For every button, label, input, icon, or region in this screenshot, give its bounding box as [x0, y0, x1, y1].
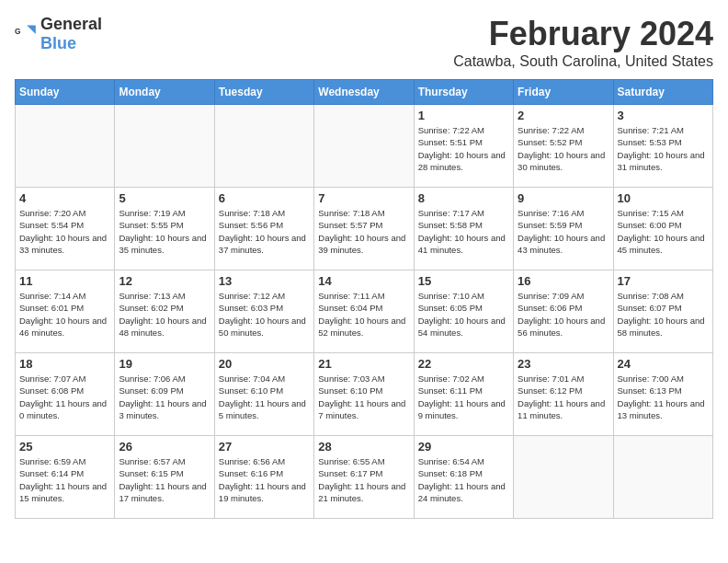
day-number: 23 — [518, 357, 609, 371]
calendar-week-row: 25Sunrise: 6:59 AMSunset: 6:14 PMDayligh… — [16, 436, 713, 519]
logo-icon: G — [15, 23, 37, 45]
calendar-day-cell: 22Sunrise: 7:02 AMSunset: 6:11 PMDayligh… — [414, 353, 513, 436]
day-info: Sunrise: 7:20 AMSunset: 5:54 PMDaylight:… — [19, 207, 110, 256]
header: G General Blue February 2024 Catawba, So… — [15, 15, 713, 70]
day-info: Sunrise: 7:11 AMSunset: 6:04 PMDaylight:… — [318, 290, 409, 339]
day-info: Sunrise: 7:08 AMSunset: 6:07 PMDaylight:… — [618, 290, 709, 339]
day-number: 3 — [618, 109, 709, 122]
day-number: 28 — [318, 440, 409, 454]
calendar-day-cell: 20Sunrise: 7:04 AMSunset: 6:10 PMDayligh… — [214, 353, 313, 436]
day-info: Sunrise: 7:13 AMSunset: 6:02 PMDaylight:… — [119, 290, 210, 339]
day-info: Sunrise: 7:21 AMSunset: 5:53 PMDaylight:… — [618, 124, 709, 173]
day-info: Sunrise: 7:16 AMSunset: 5:59 PMDaylight:… — [518, 207, 609, 256]
day-info: Sunrise: 7:18 AMSunset: 5:57 PMDaylight:… — [318, 207, 409, 256]
calendar-day-cell — [214, 105, 313, 188]
calendar-day-cell: 2Sunrise: 7:22 AMSunset: 5:52 PMDaylight… — [514, 105, 613, 188]
calendar-day-cell: 26Sunrise: 6:57 AMSunset: 6:15 PMDayligh… — [115, 436, 214, 519]
day-number: 22 — [418, 357, 509, 371]
day-number: 19 — [119, 357, 210, 371]
calendar-week-row: 11Sunrise: 7:14 AMSunset: 6:01 PMDayligh… — [16, 270, 713, 353]
calendar-day-cell: 4Sunrise: 7:20 AMSunset: 5:54 PMDaylight… — [16, 188, 115, 270]
day-number: 18 — [19, 357, 110, 371]
calendar-day-cell: 12Sunrise: 7:13 AMSunset: 6:02 PMDayligh… — [115, 270, 214, 353]
day-info: Sunrise: 7:06 AMSunset: 6:09 PMDaylight:… — [119, 373, 210, 421]
day-number: 24 — [618, 357, 709, 371]
calendar-day-header: Monday — [115, 80, 214, 105]
calendar-day-header: Wednesday — [314, 80, 414, 105]
calendar-day-cell: 15Sunrise: 7:10 AMSunset: 6:05 PMDayligh… — [414, 270, 513, 353]
calendar-header-row: SundayMondayTuesdayWednesdayThursdayFrid… — [16, 80, 713, 105]
calendar-day-cell: 14Sunrise: 7:11 AMSunset: 6:04 PMDayligh… — [314, 270, 414, 353]
day-info: Sunrise: 7:15 AMSunset: 6:00 PMDaylight:… — [618, 207, 709, 256]
calendar-day-header: Friday — [514, 80, 613, 105]
calendar-day-cell: 25Sunrise: 6:59 AMSunset: 6:14 PMDayligh… — [16, 436, 115, 519]
calendar-day-cell — [514, 436, 613, 519]
logo-general-text: General — [40, 15, 102, 33]
day-number: 15 — [418, 274, 509, 288]
day-number: 25 — [19, 440, 110, 454]
calendar-day-cell: 9Sunrise: 7:16 AMSunset: 5:59 PMDaylight… — [514, 188, 613, 270]
svg-marker-1 — [27, 25, 36, 34]
title-section: February 2024 Catawba, South Carolina, U… — [453, 15, 713, 70]
calendar-day-cell: 24Sunrise: 7:00 AMSunset: 6:13 PMDayligh… — [613, 353, 712, 436]
calendar-day-cell — [613, 436, 712, 519]
calendar-day-cell: 11Sunrise: 7:14 AMSunset: 6:01 PMDayligh… — [16, 270, 115, 353]
day-number: 7 — [318, 191, 409, 205]
day-info: Sunrise: 7:10 AMSunset: 6:05 PMDaylight:… — [418, 290, 509, 339]
day-number: 9 — [518, 191, 609, 205]
calendar-day-cell: 3Sunrise: 7:21 AMSunset: 5:53 PMDaylight… — [613, 105, 712, 188]
calendar-table: SundayMondayTuesdayWednesdayThursdayFrid… — [15, 79, 713, 519]
calendar-day-header: Saturday — [613, 80, 712, 105]
day-info: Sunrise: 7:07 AMSunset: 6:08 PMDaylight:… — [19, 373, 110, 421]
day-info: Sunrise: 7:22 AMSunset: 5:51 PMDaylight:… — [418, 124, 509, 173]
day-number: 16 — [518, 274, 609, 288]
day-number: 8 — [418, 191, 509, 205]
calendar-day-cell: 29Sunrise: 6:54 AMSunset: 6:18 PMDayligh… — [414, 436, 513, 519]
logo: G General Blue — [15, 15, 102, 53]
day-number: 10 — [618, 191, 709, 205]
day-info: Sunrise: 7:03 AMSunset: 6:10 PMDaylight:… — [318, 373, 409, 421]
day-info: Sunrise: 6:57 AMSunset: 6:15 PMDaylight:… — [119, 455, 210, 504]
day-number: 20 — [219, 357, 310, 371]
calendar-day-cell: 16Sunrise: 7:09 AMSunset: 6:06 PMDayligh… — [514, 270, 613, 353]
logo-blue-text: Blue — [40, 34, 76, 52]
calendar-day-header: Tuesday — [214, 80, 313, 105]
calendar-day-cell — [314, 105, 414, 188]
day-info: Sunrise: 7:00 AMSunset: 6:13 PMDaylight:… — [618, 373, 709, 421]
day-info: Sunrise: 7:12 AMSunset: 6:03 PMDaylight:… — [219, 290, 310, 339]
day-info: Sunrise: 7:19 AMSunset: 5:55 PMDaylight:… — [119, 207, 210, 256]
day-info: Sunrise: 7:14 AMSunset: 6:01 PMDaylight:… — [19, 290, 110, 339]
day-info: Sunrise: 7:09 AMSunset: 6:06 PMDaylight:… — [518, 290, 609, 339]
calendar-day-cell: 17Sunrise: 7:08 AMSunset: 6:07 PMDayligh… — [613, 270, 712, 353]
day-info: Sunrise: 7:04 AMSunset: 6:10 PMDaylight:… — [219, 373, 310, 421]
calendar-day-cell: 18Sunrise: 7:07 AMSunset: 6:08 PMDayligh… — [16, 353, 115, 436]
calendar-day-cell: 28Sunrise: 6:55 AMSunset: 6:17 PMDayligh… — [314, 436, 414, 519]
calendar-day-cell: 10Sunrise: 7:15 AMSunset: 6:00 PMDayligh… — [613, 188, 712, 270]
day-number: 12 — [119, 274, 210, 288]
calendar-week-row: 18Sunrise: 7:07 AMSunset: 6:08 PMDayligh… — [16, 353, 713, 436]
calendar-day-cell: 27Sunrise: 6:56 AMSunset: 6:16 PMDayligh… — [214, 436, 313, 519]
calendar-day-header: Sunday — [16, 80, 115, 105]
day-number: 6 — [219, 191, 310, 205]
month-year-title: February 2024 — [453, 15, 713, 53]
day-info: Sunrise: 6:59 AMSunset: 6:14 PMDaylight:… — [19, 455, 110, 504]
day-info: Sunrise: 7:02 AMSunset: 6:11 PMDaylight:… — [418, 373, 509, 421]
day-number: 13 — [219, 274, 310, 288]
calendar-day-cell — [16, 105, 115, 188]
calendar-day-header: Thursday — [414, 80, 513, 105]
calendar-week-row: 4Sunrise: 7:20 AMSunset: 5:54 PMDaylight… — [16, 188, 713, 270]
day-number: 11 — [19, 274, 110, 288]
day-number: 29 — [418, 440, 509, 454]
day-number: 21 — [318, 357, 409, 371]
calendar-day-cell: 7Sunrise: 7:18 AMSunset: 5:57 PMDaylight… — [314, 188, 414, 270]
day-number: 26 — [119, 440, 210, 454]
calendar-day-cell: 23Sunrise: 7:01 AMSunset: 6:12 PMDayligh… — [514, 353, 613, 436]
day-info: Sunrise: 6:54 AMSunset: 6:18 PMDaylight:… — [418, 455, 509, 504]
location-subtitle: Catawba, South Carolina, United States — [453, 53, 713, 70]
calendar-day-cell: 6Sunrise: 7:18 AMSunset: 5:56 PMDaylight… — [214, 188, 313, 270]
calendar-day-cell: 5Sunrise: 7:19 AMSunset: 5:55 PMDaylight… — [115, 188, 214, 270]
calendar-week-row: 1Sunrise: 7:22 AMSunset: 5:51 PMDaylight… — [16, 105, 713, 188]
day-number: 1 — [418, 109, 509, 122]
day-number: 14 — [318, 274, 409, 288]
day-info: Sunrise: 7:01 AMSunset: 6:12 PMDaylight:… — [518, 373, 609, 421]
